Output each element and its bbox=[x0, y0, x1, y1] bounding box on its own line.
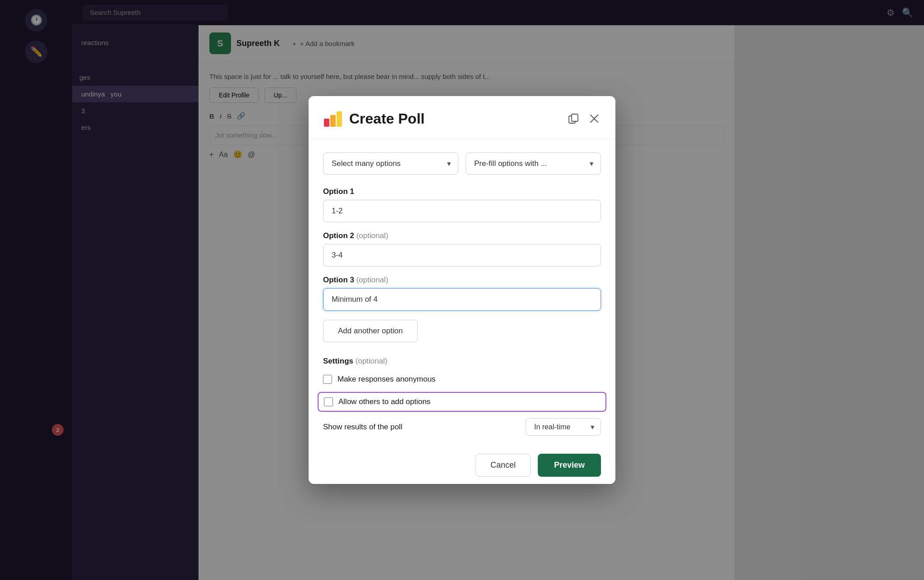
option1-group: Option 1 bbox=[323, 187, 601, 222]
modal-body: Select many options Select one option ▼ … bbox=[309, 140, 615, 484]
modal-header-actions bbox=[567, 112, 601, 125]
anonymous-checkbox-row: Make responses anonymous bbox=[323, 373, 601, 386]
duplicate-button[interactable] bbox=[567, 112, 580, 125]
preview-button[interactable]: Preview bbox=[538, 454, 601, 477]
option3-input[interactable] bbox=[323, 288, 601, 311]
results-select[interactable]: In real-time After poll ends After you v… bbox=[526, 418, 601, 436]
app-background: 🕐 ✏️ Search Supreeth ⚙ 🔍 reactions ges u… bbox=[0, 0, 924, 580]
add-option-button[interactable]: Add another option bbox=[323, 320, 418, 342]
allow-others-checkbox[interactable] bbox=[324, 397, 333, 406]
svg-rect-2 bbox=[337, 111, 342, 127]
settings-heading: Settings (optional) bbox=[323, 357, 601, 366]
select-many-select[interactable]: Select many options Select one option bbox=[323, 152, 458, 175]
option3-group: Option 3 (optional) bbox=[323, 276, 601, 311]
option2-group: Option 2 (optional) bbox=[323, 231, 601, 267]
close-button[interactable] bbox=[587, 112, 601, 125]
anonymous-label: Make responses anonymous bbox=[337, 375, 435, 384]
modal-overlay: Create Poll bbox=[0, 0, 924, 580]
cancel-button[interactable]: Cancel bbox=[476, 454, 531, 477]
allow-others-checkbox-row: Allow others to add options bbox=[318, 392, 606, 412]
svg-rect-4 bbox=[572, 114, 578, 121]
settings-section: Settings (optional) Make responses anony… bbox=[323, 357, 601, 436]
modal-title-group: Create Poll bbox=[323, 109, 425, 129]
prefill-select[interactable]: Pre-fill options with ... Days of week M… bbox=[466, 152, 601, 175]
option1-label: Option 1 bbox=[323, 187, 601, 196]
modal-footer: Cancel Preview bbox=[323, 450, 601, 477]
results-dropdown[interactable]: In real-time After poll ends After you v… bbox=[526, 418, 601, 436]
modal-title: Create Poll bbox=[349, 110, 425, 127]
option2-label: Option 2 (optional) bbox=[323, 231, 601, 240]
show-results-row: Show results of the poll In real-time Af… bbox=[323, 418, 601, 436]
selects-row: Select many options Select one option ▼ … bbox=[323, 152, 601, 175]
select-many-dropdown[interactable]: Select many options Select one option ▼ bbox=[323, 152, 458, 175]
prefill-dropdown[interactable]: Pre-fill options with ... Days of week M… bbox=[466, 152, 601, 175]
modal-header: Create Poll bbox=[309, 96, 615, 140]
option2-input[interactable] bbox=[323, 244, 601, 267]
create-poll-modal: Create Poll bbox=[309, 96, 615, 484]
show-results-label: Show results of the poll bbox=[323, 423, 402, 432]
poll-icon bbox=[323, 109, 343, 129]
svg-rect-0 bbox=[324, 119, 329, 127]
anonymous-checkbox[interactable] bbox=[323, 375, 332, 384]
option3-label: Option 3 (optional) bbox=[323, 276, 601, 285]
svg-rect-1 bbox=[330, 115, 336, 127]
allow-others-label: Allow others to add options bbox=[338, 397, 430, 406]
option1-input[interactable] bbox=[323, 200, 601, 222]
